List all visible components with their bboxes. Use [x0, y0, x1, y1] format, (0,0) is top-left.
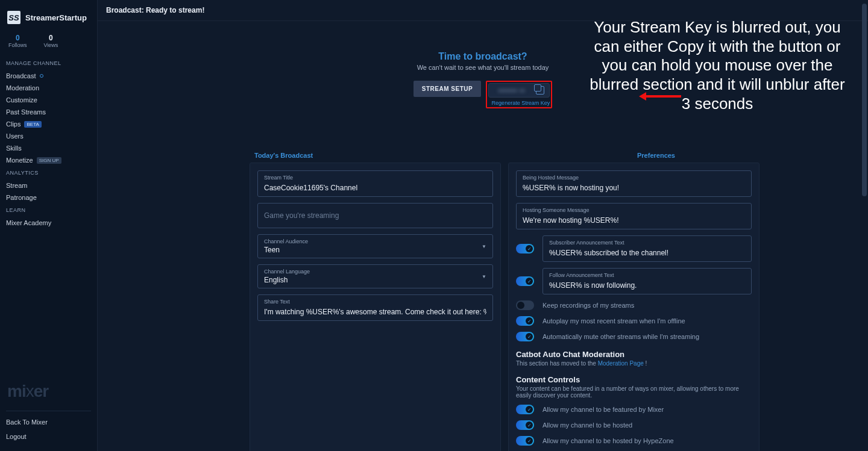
hosted-allow-row: ✓ Allow my channel to be hosted	[516, 420, 752, 430]
subscriber-announcement-field[interactable]: Subscriber Announcement Text	[542, 235, 752, 262]
game-field[interactable]: Game you're streaming	[257, 203, 493, 228]
follow-toggle-row: ✓ Follow Announcement Text	[516, 268, 752, 294]
sidebar-item-stream-analytics[interactable]: Stream	[0, 179, 97, 191]
sidebar-item-label: Moderation	[6, 84, 39, 92]
hero-subtitle: We can't wait to see what you'll stream …	[98, 64, 868, 71]
tab-todays-broadcast[interactable]: Today's Broadcast	[254, 152, 313, 159]
featured-toggle[interactable]: ✓	[516, 405, 534, 414]
sidebar-item-patronage[interactable]: Patronage	[0, 191, 97, 204]
catbot-desc-pre: This section has moved to the	[516, 360, 598, 367]
check-icon: ✓	[526, 245, 533, 252]
sidebar-item-label: Stream	[6, 182, 27, 189]
content-controls-title: Content Controls	[516, 375, 752, 384]
stream-key-highlight-box: ••••••• •• Regenerate Stream Key	[486, 81, 552, 108]
sidebar-item-users[interactable]: Users	[0, 130, 97, 142]
keep-recordings-row: Keep recordings of my streams	[516, 300, 752, 310]
share-text-field[interactable]: Share Text	[257, 294, 493, 321]
follows-label: Follows	[8, 42, 27, 48]
sidebar-item-moderation[interactable]: Moderation	[0, 82, 97, 94]
sidebar-item-label: Skills	[6, 145, 22, 152]
being-hosted-field[interactable]: Being Hosted Message	[516, 170, 752, 197]
subscriber-input[interactable]	[549, 249, 745, 257]
audience-value: Teen	[264, 246, 486, 254]
follow-announcement-field[interactable]: Follow Announcement Text	[542, 268, 752, 294]
tab-preferences[interactable]: Preferences	[637, 152, 675, 159]
sidebar-item-past-streams[interactable]: Past Streams	[0, 106, 97, 118]
check-icon: ✓	[526, 421, 533, 429]
stream-key-blurred[interactable]: ••••••• ••	[494, 87, 530, 94]
stream-key-row: STREAM SETUP ••••••• •• Regenerate Strea…	[98, 81, 868, 108]
username-label: StreamerStartup	[25, 13, 87, 22]
hypezone-toggle[interactable]: ✓	[516, 436, 534, 446]
sidebar-item-clips[interactable]: Clips BETA	[0, 118, 97, 130]
stream-setup-button[interactable]: STREAM SETUP	[414, 81, 481, 97]
toggle-label: Allow my channel to be featured by Mixer	[542, 406, 664, 413]
mixer-logo: mixer	[6, 378, 91, 407]
app-logo: SS	[7, 11, 20, 24]
preferences-panel: Being Hosted Message Hosting Someone Mes…	[508, 163, 760, 451]
hosting-someone-input[interactable]	[523, 216, 745, 225]
being-hosted-input[interactable]	[523, 184, 745, 192]
sidebar-item-label: Clips	[6, 120, 20, 128]
follows-stat: 0 Follows	[8, 34, 27, 48]
moderation-page-link[interactable]: Moderation Page	[598, 360, 644, 367]
check-icon: ✓	[526, 317, 533, 325]
language-select[interactable]: Channel Language English	[257, 264, 493, 288]
catbot-desc-post: !	[644, 360, 647, 367]
featured-row: ✓ Allow my channel to be featured by Mix…	[516, 405, 752, 414]
share-text-input[interactable]	[264, 308, 486, 316]
signup-badge: SIGN UP	[37, 157, 61, 164]
automute-toggle[interactable]: ✓	[516, 332, 534, 341]
field-label: Stream Title	[264, 175, 486, 181]
sidebar-item-label: Broadcast	[6, 72, 36, 79]
autoplay-toggle[interactable]: ✓	[516, 316, 534, 326]
section-learn: LEARN	[0, 204, 97, 217]
check-icon: ✓	[526, 278, 533, 285]
page-title-bar: Broadcast: Ready to stream!	[98, 0, 868, 21]
panels-row: Stream Title Game you're streaming Chann…	[98, 163, 868, 451]
sidebar-item-customize[interactable]: Customize	[0, 94, 97, 106]
audience-select[interactable]: Channel Audience Teen	[257, 234, 493, 258]
annotation-arrow-icon	[639, 92, 681, 101]
keep-recordings-toggle[interactable]	[516, 300, 534, 310]
back-to-mixer-link[interactable]: Back To Mixer	[6, 415, 91, 429]
stream-title-field[interactable]: Stream Title	[257, 170, 493, 197]
hosting-someone-field[interactable]: Hosting Someone Message	[516, 203, 752, 229]
sidebar-item-label: Customize	[6, 96, 37, 104]
section-manage-channel: MANAGE CHANNEL	[0, 57, 97, 70]
stream-title-input[interactable]	[264, 184, 486, 192]
sidebar-item-monetize[interactable]: Monetize SIGN UP	[0, 154, 97, 166]
beta-badge: BETA	[24, 121, 41, 128]
regenerate-key-link[interactable]: Regenerate Stream Key	[488, 100, 550, 106]
toggle-label: Automatically mute other streams while I…	[542, 333, 699, 340]
hypezone-row: ✓ Allow my channel to be hosted by HypeZ…	[516, 436, 752, 446]
language-value: English	[264, 276, 486, 284]
broadcast-panel: Stream Title Game you're streaming Chann…	[250, 163, 501, 451]
views-count: 0	[44, 34, 58, 42]
sidebar-item-broadcast[interactable]: Broadcast	[0, 70, 97, 82]
scrollbar-thumb[interactable]	[862, 4, 867, 196]
sidebar-item-label: Mixer Academy	[6, 219, 51, 226]
copy-icon[interactable]	[536, 86, 544, 95]
follow-input[interactable]	[549, 281, 745, 290]
sidebar-header: SS StreamerStartup	[0, 0, 97, 29]
tabs-row: Today's Broadcast Preferences	[98, 152, 868, 163]
hero-title: Time to broadcast?	[98, 51, 868, 62]
status-indicator-icon	[40, 74, 43, 78]
hosted-allow-toggle[interactable]: ✓	[516, 420, 534, 430]
logout-link[interactable]: Logout	[6, 429, 91, 444]
subscriber-toggle[interactable]: ✓	[516, 244, 534, 253]
sidebar-item-skills[interactable]: Skills	[0, 142, 97, 154]
divider	[6, 411, 91, 411]
sidebar-item-mixer-academy[interactable]: Mixer Academy	[0, 217, 97, 229]
automute-row: ✓ Automatically mute other streams while…	[516, 332, 752, 341]
stats-row: 0 Follows 0 Views	[0, 29, 97, 57]
stream-key-pill[interactable]: ••••••• ••	[488, 83, 550, 98]
sidebar: SS StreamerStartup 0 Follows 0 Views MAN…	[0, 0, 98, 451]
check-icon	[517, 302, 524, 309]
section-analytics: ANALYTICS	[0, 166, 97, 179]
follow-toggle[interactable]: ✓	[516, 276, 534, 286]
field-label: Being Hosted Message	[523, 175, 745, 181]
field-label: Channel Audience	[264, 238, 486, 244]
content-controls-desc: Your content can be featured in a number…	[516, 385, 752, 399]
